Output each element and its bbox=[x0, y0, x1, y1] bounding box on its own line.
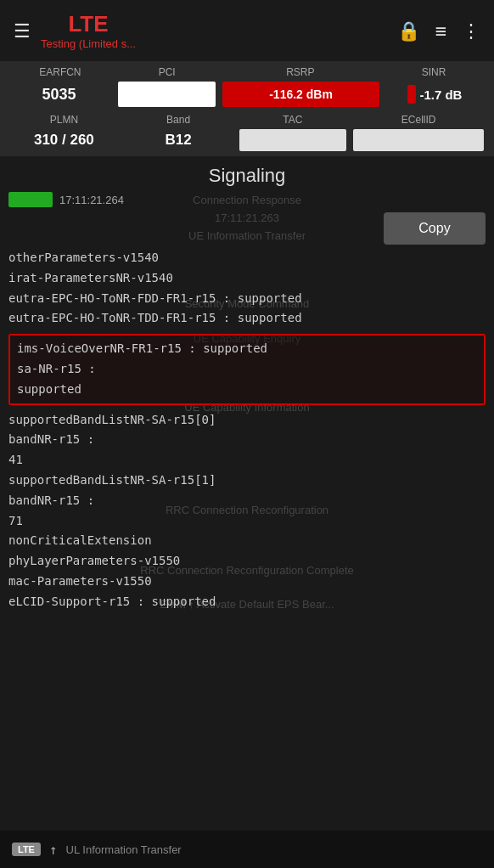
lock-icon[interactable]: 🔒 bbox=[397, 20, 420, 42]
tac-header: TAC bbox=[236, 114, 351, 126]
top-bar-right: 🔒 ≡ ⋮ bbox=[397, 20, 480, 42]
line-non-critical: nonCriticalExtension bbox=[8, 531, 486, 551]
hamburger-icon[interactable]: ☰ bbox=[14, 20, 31, 42]
plmn-value: 310 / 260 bbox=[7, 132, 121, 149]
line-band-list-1: supportedBandListNR-SA-r15[1] bbox=[8, 471, 486, 491]
metrics-values: 5035 -116.2 dBm -1.7 dB bbox=[7, 82, 487, 107]
earfcn-value: 5035 bbox=[7, 86, 111, 104]
highlight-line-3: supported bbox=[17, 380, 477, 400]
sinr-value: -1.7 dB bbox=[419, 87, 462, 102]
pci-header: PCI bbox=[114, 66, 221, 78]
ecellid-header: ECellID bbox=[350, 114, 487, 126]
plmn-header: PLMN bbox=[7, 114, 121, 126]
rsrp-box: -116.2 dBm bbox=[222, 82, 379, 107]
highlight-line-2: sa-NR-r15 : bbox=[17, 359, 477, 380]
sinr-box: -1.7 dB bbox=[383, 82, 487, 107]
bottom-bar: LTE ↑ UL Information Transfer bbox=[0, 831, 494, 868]
lte-subtitle: Testing (Limited s... bbox=[41, 37, 136, 50]
rsrp-value: -116.2 dBm bbox=[269, 87, 333, 101]
more-icon[interactable]: ⋮ bbox=[462, 20, 480, 42]
line-band-list-0: supportedBandListNR-SA-r15[0] bbox=[8, 410, 486, 431]
green-bar bbox=[8, 192, 53, 207]
copy-button[interactable]: Copy bbox=[384, 212, 486, 245]
metrics-section: EARFCN PCI RSRP SINR 5035 -116.2 dBm -1.… bbox=[0, 61, 494, 156]
line-eutra-fdd: eutra-EPC-HO-ToNR-FDD-FR1-r15 : supporte… bbox=[8, 289, 486, 309]
filter-icon[interactable]: ≡ bbox=[435, 20, 446, 42]
metrics-headers: EARFCN PCI RSRP SINR bbox=[7, 66, 487, 78]
sinr-header: SINR bbox=[380, 66, 487, 78]
signaling-title: Signaling bbox=[0, 156, 494, 192]
line-elcid: eLCID-Support-r15 : supported bbox=[8, 592, 486, 612]
timestamp: 17:11:21.264 bbox=[59, 194, 124, 206]
highlight-line-1: ims-VoiceOverNR-FR1-r15 : supported bbox=[17, 339, 477, 359]
lte-label: LTE bbox=[68, 11, 108, 37]
content-lines-top: otherParameters-v1540 irat-ParametersNR-… bbox=[8, 248, 486, 329]
highlight-box: ims-VoiceOverNR-FR1-r15 : supported sa-N… bbox=[8, 334, 486, 404]
line-phy-layer: phyLayerParameters-v1550 bbox=[8, 551, 486, 572]
line-41: 41 bbox=[8, 450, 486, 471]
sinr-red-bar bbox=[407, 85, 416, 104]
top-bar-left: ☰ LTE Testing (Limited s... bbox=[14, 11, 136, 50]
bottom-message: UL Information Transfer bbox=[66, 843, 182, 856]
lte-title: LTE Testing (Limited s... bbox=[41, 11, 136, 50]
line-71: 71 bbox=[8, 511, 486, 532]
line-irat-params: irat-ParametersNR-v1540 bbox=[8, 268, 486, 289]
bottom-lte-badge: LTE bbox=[12, 843, 41, 856]
metrics-values2: 310 / 260 B12 bbox=[7, 129, 487, 151]
rsrp-header: RSRP bbox=[221, 66, 381, 78]
line-band-nr-1: bandNR-r15 : bbox=[8, 430, 486, 450]
content-lines-bottom: supportedBandListNR-SA-r15[0] bandNR-r15… bbox=[8, 410, 486, 612]
signaling-body: Connection Response 17:11:21.263 UE Info… bbox=[0, 192, 494, 612]
timestamp-row: 17:11:21.264 bbox=[8, 192, 486, 207]
band-value: B12 bbox=[121, 132, 236, 149]
arrow-icon: ↑ bbox=[49, 842, 58, 858]
top-bar: ☰ LTE Testing (Limited s... 🔒 ≡ ⋮ bbox=[0, 0, 494, 61]
line-mac-params: mac-Parameters-v1550 bbox=[8, 572, 486, 592]
earfcn-header: EARFCN bbox=[7, 66, 114, 78]
line-band-nr-2: bandNR-r15 : bbox=[8, 491, 486, 511]
line-other-params: otherParameters-v1540 bbox=[8, 248, 486, 268]
tac-box bbox=[239, 129, 347, 151]
copy-btn-row: Copy bbox=[8, 212, 486, 245]
metrics-headers2: PLMN Band TAC ECellID bbox=[7, 114, 487, 126]
pci-box bbox=[118, 82, 216, 107]
line-eutra-tdd: eutra-EPC-HO-ToNR-TDD-FR1-r15 : supporte… bbox=[8, 308, 486, 329]
band-header: Band bbox=[121, 114, 236, 126]
ecellid-box bbox=[353, 129, 484, 151]
